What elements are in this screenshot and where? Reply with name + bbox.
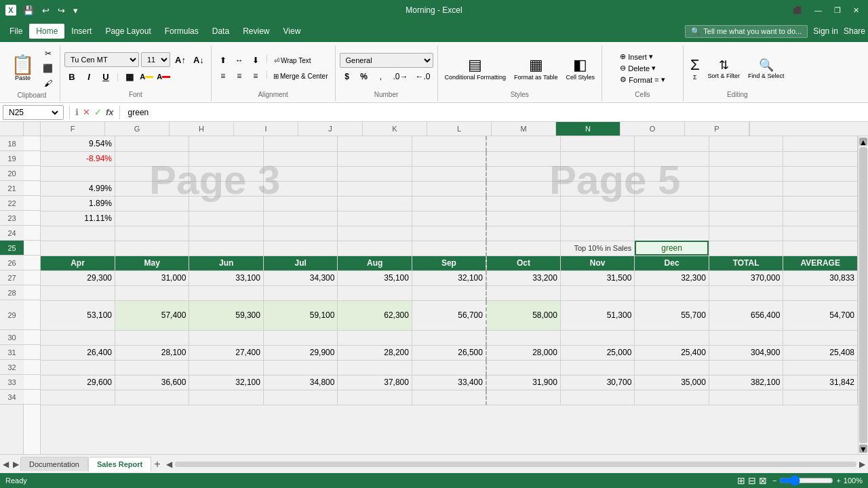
row-header-25[interactable]: 25 xyxy=(0,241,24,256)
col-header-k[interactable]: K xyxy=(363,122,427,136)
close-button[interactable]: ✕ xyxy=(850,5,863,16)
align-top-button[interactable]: ⬆ xyxy=(216,54,231,67)
row-header-20[interactable]: 20 xyxy=(0,166,24,181)
page-layout-view-icon[interactable]: ⊟ xyxy=(748,475,756,486)
cell-f26[interactable]: Apr xyxy=(41,256,115,270)
menu-view[interactable]: View xyxy=(277,24,308,39)
col-header-h[interactable]: H xyxy=(170,122,234,136)
cell-i21[interactable] xyxy=(263,181,337,196)
cell-m18[interactable] xyxy=(560,136,634,151)
zoom-out-button[interactable]: − xyxy=(772,476,776,485)
font-color-button[interactable]: A xyxy=(156,69,171,84)
cell-p23[interactable] xyxy=(783,211,858,226)
cell-l21[interactable] xyxy=(486,181,560,196)
cell-i24[interactable] xyxy=(263,226,337,241)
confirm-formula-button[interactable]: ✓ xyxy=(94,107,102,117)
cell-m22[interactable] xyxy=(560,196,634,211)
cell-k21[interactable] xyxy=(412,181,486,196)
cell-i26[interactable]: Jul xyxy=(263,256,337,270)
bold-button[interactable]: B xyxy=(64,69,79,84)
cell-g30[interactable] xyxy=(115,330,189,345)
cell-l20[interactable] xyxy=(486,166,560,181)
cell-k31[interactable]: 26,500 xyxy=(412,345,486,360)
cell-k30[interactable] xyxy=(412,330,486,345)
cell-o33[interactable]: 382,100 xyxy=(709,375,783,390)
cell-p22[interactable] xyxy=(783,196,858,211)
cell-j20[interactable] xyxy=(338,166,412,181)
cell-f34[interactable] xyxy=(41,390,115,405)
cell-h24[interactable] xyxy=(189,226,263,241)
cell-p30[interactable] xyxy=(783,330,858,345)
cell-g34[interactable] xyxy=(115,390,189,405)
row-header-26[interactable]: 26 xyxy=(0,256,24,270)
col-header-o[interactable]: O xyxy=(620,122,685,136)
minimize-button[interactable]: — xyxy=(811,5,825,16)
sign-in-button[interactable]: Sign in xyxy=(813,26,838,36)
decrease-decimal-button[interactable]: ←.0 xyxy=(413,70,433,83)
cell-n32[interactable] xyxy=(635,360,709,375)
cell-g32[interactable] xyxy=(115,360,189,375)
cell-g26[interactable]: May xyxy=(115,256,189,270)
row-header-28[interactable]: 28 xyxy=(0,285,24,300)
cell-m34[interactable] xyxy=(560,390,634,405)
cell-j23[interactable] xyxy=(338,211,412,226)
cell-g28[interactable] xyxy=(115,285,189,300)
cell-j29[interactable]: 62,300 xyxy=(338,300,412,330)
cell-p34[interactable] xyxy=(783,390,858,405)
cell-m19[interactable] xyxy=(560,151,634,166)
cell-o26[interactable]: TOTAL xyxy=(709,256,783,270)
vertical-scrollbar[interactable]: ▲ ▼ xyxy=(858,136,868,454)
col-header-f[interactable]: F xyxy=(41,122,105,136)
col-header-m[interactable]: M xyxy=(492,122,556,136)
row-header-22[interactable]: 22 xyxy=(0,196,24,211)
cell-i32[interactable] xyxy=(263,360,337,375)
cell-p27[interactable]: 30,833 xyxy=(783,270,858,285)
merge-center-button[interactable]: ⊞ Merge & Center xyxy=(271,69,331,83)
cell-k22[interactable] xyxy=(412,196,486,211)
add-sheet-button[interactable]: + xyxy=(151,458,163,470)
cell-o32[interactable] xyxy=(709,360,783,375)
cell-h20[interactable] xyxy=(189,166,263,181)
cell-h25[interactable] xyxy=(189,241,263,256)
cell-j34[interactable] xyxy=(338,390,412,405)
cell-f23[interactable]: 11.11% xyxy=(41,211,115,226)
cell-p31[interactable]: 25,408 xyxy=(783,345,858,360)
cell-p26[interactable]: AVERAGE xyxy=(783,256,858,270)
cell-g27[interactable]: 31,000 xyxy=(115,270,189,285)
cell-l27[interactable]: 33,200 xyxy=(486,270,560,285)
fill-color-button[interactable]: A xyxy=(139,69,154,84)
cell-n21[interactable] xyxy=(635,181,709,196)
sort-filter-button[interactable]: ⇅ Sort & Filter xyxy=(705,56,743,81)
row-header-18[interactable]: 18 xyxy=(0,136,24,151)
cell-l19[interactable] xyxy=(486,151,560,166)
cell-p20[interactable] xyxy=(783,166,858,181)
row-header-32[interactable]: 32 xyxy=(0,360,24,375)
cell-h28[interactable] xyxy=(189,285,263,300)
cell-o34[interactable] xyxy=(709,390,783,405)
cell-i18[interactable] xyxy=(263,136,337,151)
name-box[interactable]: N25 xyxy=(3,105,64,120)
cell-n31[interactable]: 25,400 xyxy=(635,345,709,360)
tab-documentation[interactable]: Documentation xyxy=(20,457,88,471)
cell-p28[interactable] xyxy=(783,285,858,300)
h-scroll-left[interactable]: ◀ xyxy=(163,460,175,469)
cell-m21[interactable] xyxy=(560,181,634,196)
cell-o18[interactable] xyxy=(709,136,783,151)
cell-m24[interactable] xyxy=(560,226,634,241)
cell-m30[interactable] xyxy=(560,330,634,345)
increase-font-button[interactable]: A↑ xyxy=(172,53,189,66)
cell-p21[interactable] xyxy=(783,181,858,196)
search-box[interactable]: 🔍 Tell me what you want to do... xyxy=(685,25,808,38)
cell-h29[interactable]: 59,300 xyxy=(189,300,263,330)
cell-l22[interactable] xyxy=(486,196,560,211)
cell-f18[interactable]: 9.54% xyxy=(41,136,115,151)
cell-n34[interactable] xyxy=(635,390,709,405)
normal-view-icon[interactable]: ⊞ xyxy=(737,475,745,486)
cell-j30[interactable] xyxy=(338,330,412,345)
copy-button[interactable]: ⬛ xyxy=(40,62,56,75)
row-header-34[interactable]: 34 xyxy=(0,390,24,405)
cell-l28[interactable] xyxy=(486,285,560,300)
insert-cells-button[interactable]: ⊕ Insert ▾ xyxy=(616,52,669,62)
cell-p19[interactable] xyxy=(783,151,858,166)
cell-i34[interactable] xyxy=(263,390,337,405)
